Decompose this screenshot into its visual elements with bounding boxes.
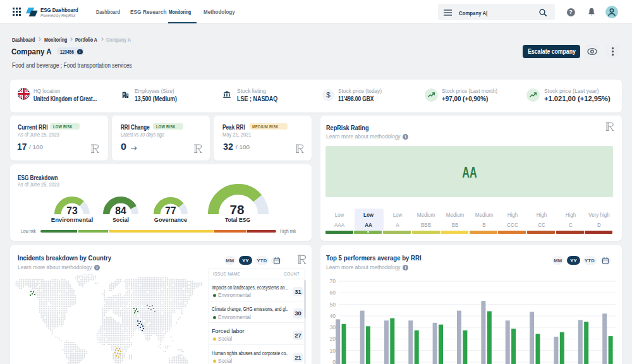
- svg-text:50: 50: [329, 301, 336, 308]
- svg-text:70: 70: [329, 278, 336, 284]
- svg-text:20: 20: [329, 336, 336, 342]
- svg-text:40: 40: [329, 313, 336, 319]
- svg-text:10: 10: [329, 348, 336, 354]
- svg-text:30: 30: [329, 324, 336, 331]
- svg-text:60: 60: [329, 289, 336, 296]
- svg-text:0: 0: [332, 359, 336, 364]
